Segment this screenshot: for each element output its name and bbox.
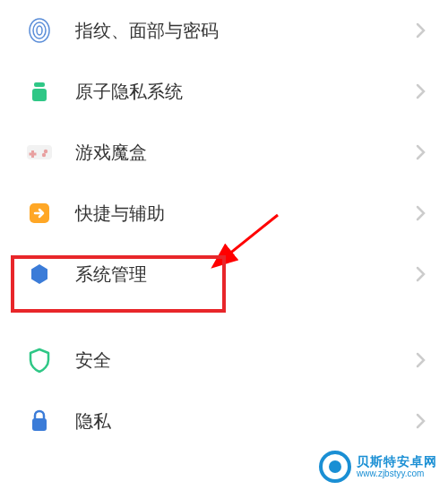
section-divider bbox=[0, 305, 448, 330]
chevron-right-icon bbox=[416, 352, 426, 368]
watermark-url: www.zjbstyy.com bbox=[357, 469, 437, 478]
arrow-right-icon bbox=[25, 199, 54, 228]
chevron-right-icon bbox=[416, 83, 426, 99]
item-label: 指纹、面部与密码 bbox=[75, 19, 416, 43]
svg-rect-7 bbox=[30, 153, 37, 156]
chevron-right-icon bbox=[416, 144, 426, 160]
svg-rect-5 bbox=[27, 145, 52, 159]
item-label: 游戏魔盒 bbox=[75, 141, 416, 165]
gamepad-icon bbox=[25, 138, 54, 167]
watermark-logo-icon bbox=[319, 451, 351, 483]
settings-item-biometric[interactable]: 指纹、面部与密码 bbox=[0, 0, 448, 61]
svg-rect-4 bbox=[32, 89, 47, 101]
svg-point-2 bbox=[37, 26, 42, 35]
chevron-right-icon bbox=[416, 413, 426, 429]
chevron-right-icon bbox=[416, 22, 426, 39]
chevron-right-icon bbox=[416, 266, 426, 282]
item-label: 安全 bbox=[75, 348, 416, 373]
svg-point-8 bbox=[44, 150, 47, 153]
item-label: 系统管理 bbox=[75, 262, 416, 287]
svg-rect-3 bbox=[34, 82, 45, 87]
settings-item-atom-privacy[interactable]: 原子隐私系统 bbox=[0, 61, 448, 122]
svg-rect-11 bbox=[32, 418, 47, 431]
settings-item-system-mgmt[interactable]: 系统管理 bbox=[0, 244, 448, 305]
settings-item-privacy[interactable]: 隐私 bbox=[0, 391, 448, 451]
chevron-right-icon bbox=[416, 205, 426, 221]
settings-list: 指纹、面部与密码 原子隐私系统 游戏魔盒 bbox=[0, 0, 448, 451]
item-label: 快捷与辅助 bbox=[75, 202, 416, 226]
watermark-text: 贝斯特安卓网 www.zjbstyy.com bbox=[357, 455, 437, 478]
shield-icon bbox=[25, 346, 54, 374]
svg-point-9 bbox=[42, 153, 46, 157]
atom-privacy-icon bbox=[25, 77, 54, 106]
watermark-title: 贝斯特安卓网 bbox=[357, 455, 437, 469]
settings-item-shortcut-aux[interactable]: 快捷与辅助 bbox=[0, 183, 448, 244]
item-label: 原子隐私系统 bbox=[75, 80, 416, 104]
svg-point-1 bbox=[33, 22, 46, 39]
lock-icon bbox=[25, 407, 54, 435]
settings-item-game-box[interactable]: 游戏魔盒 bbox=[0, 122, 448, 183]
watermark: 贝斯特安卓网 www.zjbstyy.com bbox=[319, 451, 437, 483]
settings-item-security[interactable]: 安全 bbox=[0, 330, 448, 391]
item-label: 隐私 bbox=[75, 409, 416, 434]
fingerprint-icon bbox=[25, 16, 54, 45]
hexagon-icon bbox=[25, 260, 54, 288]
